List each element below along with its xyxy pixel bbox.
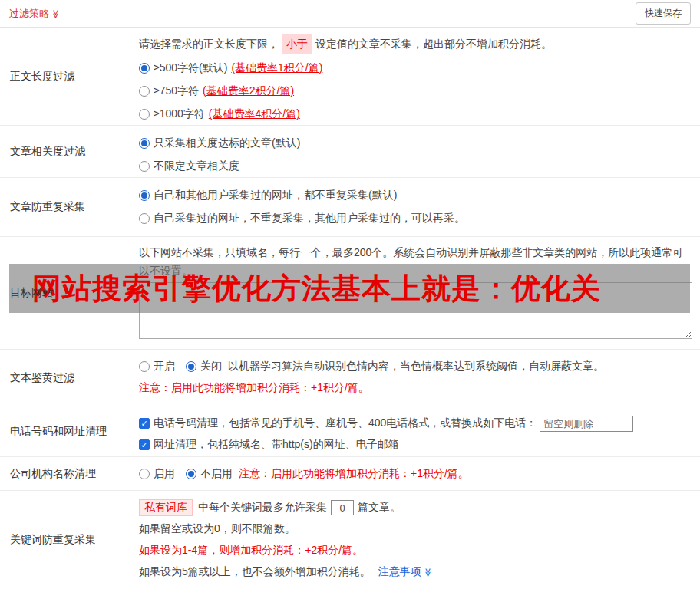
- row-relevance-filter: 文章相关度过滤 只采集相关度达标的文章(默认) 不限定文章相关度: [0, 126, 700, 178]
- radio-dedup-all-users[interactable]: [139, 190, 150, 201]
- radio-porn-off[interactable]: [186, 361, 196, 372]
- radio-1000-chars[interactable]: [139, 109, 150, 120]
- page-header: 过滤策略≫ 快速保存: [0, 0, 700, 28]
- private-lexicon-badge: 私有词库: [139, 499, 193, 516]
- keyword-line3: 如果设为1-4篇，则增加积分消耗：+2积分/篇。: [139, 540, 692, 561]
- rate-note-2-credits: (基础费率2积分/篇): [203, 84, 294, 98]
- keyword-label: 关键词防重复采集: [0, 491, 128, 589]
- phone-replacement-input[interactable]: [540, 416, 633, 432]
- radio-750-chars[interactable]: [139, 86, 150, 97]
- porn-filter-desc: 以机器学习算法自动识别色情内容，当色情概率达到系统阈值，自动屏蔽文章。: [228, 360, 604, 373]
- row-porn-filter: 文本鉴黄过滤 开启 关闭 以机器学习算法自动识别色情内容，当色情概率达到系统阈值…: [0, 350, 700, 406]
- radio-relevance-standard[interactable]: [139, 138, 150, 149]
- option-relevance-any[interactable]: 不限定文章相关度: [139, 155, 692, 178]
- less-than-badge: 小于: [282, 34, 312, 54]
- option-dedup-all-users[interactable]: 自己和其他用户采集过的网址，都不重复采集(默认): [139, 184, 692, 207]
- url-cleanup-text: 网址清理，包括纯域名、带http(s)的网址、电子邮箱: [154, 438, 399, 452]
- option-500-chars[interactable]: ≥500字符(默认) (基础费率1积分/篇): [139, 57, 692, 80]
- option-dedup-all-users-text: 自己和其他用户采集过的网址，都不重复采集(默认): [154, 189, 397, 202]
- body-length-desc-before: 请选择需求的正文长度下限，: [139, 38, 279, 50]
- option-750-text: ≥750字符: [154, 84, 199, 98]
- radio-dedup-self-only[interactable]: [139, 213, 150, 224]
- row-dedup-collection: 文章防重复采集 自己和其他用户采集过的网址，都不重复采集(默认) 自己采集过的网…: [0, 178, 700, 237]
- notes-link[interactable]: 注意事项≫: [378, 565, 433, 579]
- option-dedup-self-only-text: 自己采集过的网址，不重复采集，其他用户采集过的，可以再采。: [154, 212, 465, 225]
- option-500-text: ≥500字符(默认): [154, 61, 227, 75]
- quick-save-button[interactable]: 快速保存: [636, 2, 691, 25]
- option-1000-chars[interactable]: ≥1000字符 (基础费率4积分/篇): [139, 103, 692, 126]
- porn-filter-note: 注意：启用此功能将增加积分消耗：+1积分/篇。: [139, 377, 692, 399]
- option-1000-text: ≥1000字符: [154, 107, 205, 121]
- option-relevance-any-text: 不限定文章相关度: [154, 160, 239, 173]
- target-site-label: 目标网站: [0, 237, 128, 349]
- radio-500-chars[interactable]: [139, 63, 150, 74]
- option-relevance-standard-text: 只采集相关度达标的文章(默认): [154, 137, 300, 150]
- company-label: 公司机构名称清理: [0, 457, 128, 490]
- rate-note-1-credit: (基础费率1积分/篇): [231, 61, 322, 75]
- filter-strategy-title[interactable]: 过滤策略≫: [9, 7, 61, 21]
- option-750-chars[interactable]: ≥750字符 (基础费率2积分/篇): [139, 80, 692, 103]
- option-relevance-standard[interactable]: 只采集相关度达标的文章(默认): [139, 132, 692, 155]
- porn-off-text: 关闭: [200, 360, 222, 373]
- phone-cleanup-text: 电话号码清理，包括常见的手机号、座机号、400电话格式，或替换成如下电话：: [154, 416, 537, 430]
- page-title-text: 过滤策略: [9, 8, 49, 19]
- phone-cleanup-checkbox[interactable]: [139, 418, 150, 429]
- row-keyword-dedup: 关键词防重复采集 私有词库 中每个关键词最多允许采集 篇文章。 如果留空或设为0…: [0, 491, 700, 589]
- radio-company-on[interactable]: [139, 469, 150, 479]
- radio-porn-on[interactable]: [139, 361, 150, 372]
- keyword-line4: 如果设为5篇或以上，也不会额外增加积分消耗。: [139, 565, 371, 579]
- keyword-line2: 如果留空或设为0，则不限篇数。: [139, 518, 692, 540]
- row-company-cleanup: 公司机构名称清理 启用 不启用 注意：启用此功能将增加积分消耗：+1积分/篇。: [0, 457, 700, 491]
- body-length-label: 正文长度过滤: [0, 28, 128, 125]
- relevance-label: 文章相关度过滤: [0, 126, 128, 177]
- url-cleanup-checkbox[interactable]: [139, 439, 150, 450]
- chevron-double-down-icon: ≫: [51, 9, 61, 18]
- body-length-desc: 请选择需求的正文长度下限，小于设定值的文章不采集，超出部分不增加积分消耗。: [139, 34, 692, 54]
- phone-url-label: 电话号码和网址清理: [0, 406, 128, 456]
- dedup-label: 文章防重复采集: [0, 178, 128, 236]
- porn-filter-label: 文本鉴黄过滤: [0, 350, 128, 406]
- company-on-text: 启用: [154, 467, 175, 481]
- radio-company-off[interactable]: [186, 469, 196, 479]
- rate-note-4-credits: (基础费率4积分/篇): [209, 107, 300, 121]
- keyword-line1-mid: 中每个关键词最多允许采集: [198, 501, 327, 515]
- company-note: 注意：启用此功能将增加积分消耗：+1积分/篇。: [239, 467, 469, 481]
- row-body-length-filter: 正文长度过滤 请选择需求的正文长度下限，小于设定值的文章不采集，超出部分不增加积…: [0, 28, 700, 126]
- keyword-count-input[interactable]: [331, 500, 354, 515]
- body-length-desc-after: 设定值的文章不采集，超出部分不增加积分消耗。: [315, 38, 552, 50]
- keyword-line1-end: 篇文章。: [358, 501, 401, 515]
- porn-on-text: 开启: [154, 360, 175, 373]
- company-off-text: 不启用: [200, 467, 233, 481]
- option-dedup-self-only[interactable]: 自己采集过的网址，不重复采集，其他用户采集过的，可以再采。: [139, 207, 692, 230]
- radio-relevance-any[interactable]: [139, 161, 150, 172]
- row-phone-url-cleanup: 电话号码和网址清理 电话号码清理，包括常见的手机号、座机号、400电话格式，或替…: [0, 406, 700, 457]
- notes-chevron-down-icon: ≫: [423, 568, 433, 577]
- notes-link-text: 注意事项: [378, 565, 421, 577]
